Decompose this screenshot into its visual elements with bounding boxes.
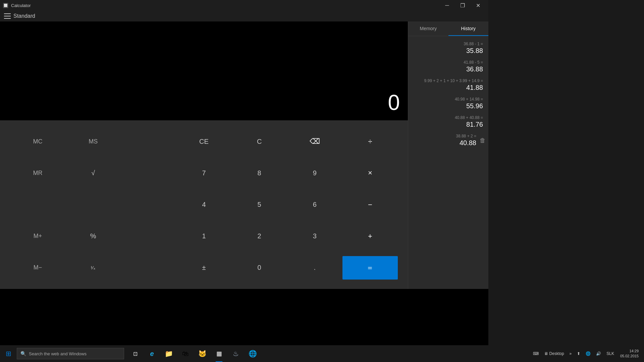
volume-icon[interactable]: 🔊	[594, 350, 603, 357]
two-button[interactable]: 2	[232, 225, 287, 248]
percent-button[interactable]: %	[65, 225, 121, 248]
title-bar-left: 🔲 Calculator	[3, 3, 31, 8]
calculator-window: Standard 0 MC MS CE C ⌫ ÷	[0, 11, 488, 289]
display-value: 0	[388, 90, 400, 115]
divide-button[interactable]: ÷	[342, 130, 398, 153]
app5[interactable]: 🐱	[194, 345, 211, 362]
app-icon: 🔲	[3, 3, 8, 8]
three-button[interactable]: 3	[287, 225, 342, 248]
calculator-app[interactable]: ▦	[211, 345, 227, 362]
c-button[interactable]: C	[232, 130, 287, 153]
eight-button[interactable]: 8	[232, 161, 287, 185]
ms-button[interactable]: MS	[65, 130, 121, 153]
browser2-app[interactable]: 🌐	[244, 345, 261, 362]
add-button[interactable]: +	[342, 225, 398, 248]
title-bar-controls: ─ ❐ ✕	[439, 0, 486, 11]
history-result-0: 35.88	[414, 47, 483, 55]
history-panel: Memory History 36.88 - 1 = 35.88 41.88 -…	[408, 21, 488, 289]
six-button[interactable]: 6	[287, 193, 342, 217]
taskview-app[interactable]: ⊡	[127, 345, 144, 362]
history-expr-4: 40.88 + 40.88 =	[414, 115, 483, 120]
history-result-5: 40.88	[414, 139, 476, 147]
hamburger-icon[interactable]	[4, 13, 11, 19]
ham-line-3	[4, 18, 11, 19]
seven-button[interactable]: 7	[176, 161, 231, 185]
btn-row-1: MC MS CE C ⌫ ÷	[10, 126, 398, 157]
keyboard-icon[interactable]: ⌨	[531, 350, 541, 357]
equals-button[interactable]: ＝	[342, 256, 398, 280]
calculator-icon: ▦	[216, 350, 222, 357]
memory-tab[interactable]: Memory	[408, 21, 448, 36]
subtract-button[interactable]: −	[342, 193, 398, 217]
mode-label: Standard	[13, 13, 35, 19]
mplus-button[interactable]: M+	[10, 225, 65, 248]
steam-app[interactable]: ♨	[227, 345, 244, 362]
calc-left: 0 MC MS CE C ⌫ ÷ MR √	[0, 21, 408, 289]
taskbar-apps: ⊡ e 📁 🛍 🐱 ▦ ♨ 🌐	[127, 345, 261, 362]
taskview-icon: ⊡	[133, 351, 138, 357]
history-entry-5[interactable]: 38.88 + 2 = 40.88	[408, 131, 488, 149]
browser2-icon: 🌐	[249, 350, 257, 358]
history-entry-5-wrapper: 38.88 + 2 = 40.88 🗑	[408, 131, 488, 149]
plusminus-button[interactable]: ±	[176, 256, 231, 280]
history-tab[interactable]: History	[448, 21, 489, 36]
desktop-button[interactable]: 🖥 Desktop	[542, 350, 566, 357]
btn-row-5: M− ¹∕ₓ ± 0 . ＝	[10, 252, 398, 284]
history-entry-0[interactable]: 36.88 - 1 = 35.88	[408, 39, 488, 57]
four-button[interactable]: 4	[176, 193, 231, 217]
taskbar-right: ⌨ 🖥 Desktop » ⬆ 🌐 🔊 SLK 14:29 05.02.2015	[531, 347, 644, 360]
nine-button[interactable]: 9	[287, 161, 342, 185]
mminus-button[interactable]: M−	[10, 256, 65, 280]
multiply-button[interactable]: ×	[342, 161, 398, 185]
history-entries: 36.88 - 1 = 35.88 41.88 - 5 = 36.88 9.99…	[408, 36, 488, 289]
history-entry-2[interactable]: 9.99 + 2 + 1 + 10 + 3.99 + 14.9 = 41.88	[408, 76, 488, 94]
sqrt-button[interactable]: √	[65, 161, 121, 185]
five-button[interactable]: 5	[232, 193, 287, 217]
ime-label[interactable]: SLK	[604, 350, 616, 357]
history-entry-3[interactable]: 40.98 + 14.98 = 55.96	[408, 94, 488, 113]
store-icon: 🛍	[182, 350, 189, 358]
btn-row-4: M+ % 1 2 3 +	[10, 221, 398, 252]
reciprocal-button[interactable]: ¹∕ₓ	[65, 256, 121, 280]
arrow-up-icon[interactable]: ⬆	[575, 350, 582, 357]
store-app[interactable]: 🛍	[177, 345, 194, 362]
zero-button[interactable]: 0	[232, 256, 287, 280]
right-bg	[488, 0, 644, 345]
decimal-button[interactable]: .	[287, 256, 342, 280]
history-result-2: 41.88	[414, 84, 483, 92]
windows-icon: ⊞	[6, 350, 11, 358]
calc-header: Standard	[0, 11, 488, 21]
history-expr-5: 38.88 + 2 =	[414, 134, 476, 138]
restore-button[interactable]: ❐	[455, 0, 470, 11]
mr-button[interactable]: MR	[10, 161, 65, 185]
ie-icon: e	[150, 350, 154, 358]
history-entry-4[interactable]: 40.88 + 40.88 = 81.76	[408, 113, 488, 131]
ce-button[interactable]: CE	[176, 130, 231, 153]
history-result-1: 36.88	[414, 65, 483, 73]
search-bar[interactable]: 🔍 Search the web and Windows	[17, 348, 124, 359]
network-icon[interactable]: 🌐	[584, 350, 593, 357]
btn-row-3: 4 5 6 −	[10, 189, 398, 220]
history-tabs: Memory History	[408, 21, 488, 36]
history-delete-button[interactable]: 🗑	[480, 137, 486, 144]
search-icon: 🔍	[20, 351, 26, 356]
minimize-button[interactable]: ─	[439, 0, 455, 11]
explorer-app[interactable]: 📁	[160, 345, 177, 362]
history-result-4: 81.76	[414, 121, 483, 128]
app-title: Calculator	[11, 3, 31, 8]
ie-app[interactable]: e	[144, 345, 160, 362]
start-button[interactable]: ⊞	[0, 345, 17, 362]
history-expr-0: 36.88 - 1 =	[414, 42, 483, 46]
ham-line-1	[4, 13, 11, 14]
search-bar-text: Search the web and Windows	[29, 351, 87, 356]
chevron-button[interactable]: »	[568, 350, 574, 357]
close-button[interactable]: ✕	[470, 0, 486, 11]
calc-body: 0 MC MS CE C ⌫ ÷ MR √	[0, 21, 488, 289]
history-entry-1[interactable]: 41.88 - 5 = 36.88	[408, 57, 488, 76]
one-button[interactable]: 1	[176, 225, 231, 248]
ham-line-2	[4, 16, 11, 16]
explorer-icon: 📁	[165, 350, 173, 358]
backspace-button[interactable]: ⌫	[287, 130, 342, 153]
taskbar-clock[interactable]: 14:29 05.02.2015	[618, 347, 641, 360]
mc-button[interactable]: MC	[10, 130, 65, 153]
